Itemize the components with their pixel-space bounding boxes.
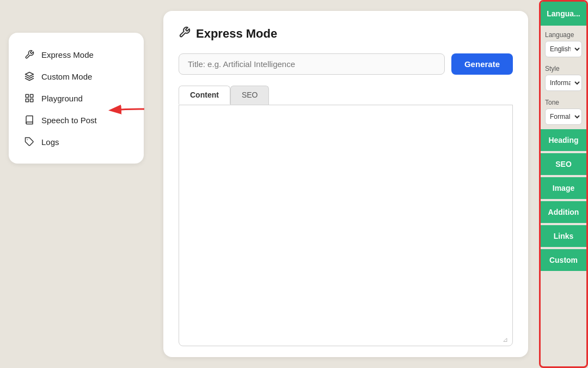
sidebar-item-logs[interactable]: Logs [17,131,135,153]
grid-icon [24,93,35,104]
layers-icon [24,71,35,82]
image-button[interactable]: Image [541,177,586,199]
sidebar-item-playground[interactable]: Playground [17,87,135,109]
content-textarea[interactable] [179,105,512,346]
right-panel: Langua... Language English Style Informa… [539,0,588,368]
tone-label: Tone [545,99,582,106]
svg-rect-4 [30,99,33,102]
tag-icon [24,136,35,147]
panel-divider-2 [541,151,586,152]
express-mode-title: Express Mode [196,27,277,41]
right-panel-inner: Langua... Language English Style Informa… [541,2,586,366]
panel-divider-5 [541,223,586,224]
heading-button[interactable]: Heading [541,129,586,151]
resize-handle[interactable]: ⊿ [503,336,510,343]
svg-rect-2 [30,94,33,97]
tone-select[interactable]: Formal [545,108,582,125]
main-content: Express Mode Generate Content SEO ⊿ [152,0,539,368]
sidebar-item-express-mode[interactable]: Express Mode [17,44,135,65]
tabs-row: Content SEO [179,86,513,105]
tone-section: Tone Formal [541,93,586,127]
svg-rect-3 [26,99,28,102]
language-select[interactable]: English [545,41,582,57]
tab-content[interactable]: Content [179,86,230,105]
style-select[interactable]: Informati... [545,75,582,91]
sidebar-item-label: Speech to Post [41,116,97,125]
panel-divider-4 [541,199,586,200]
svg-rect-1 [26,94,28,97]
links-button[interactable]: Links [541,225,586,247]
title-input-row: Generate [179,53,513,75]
svg-marker-0 [26,73,34,77]
style-label: Style [545,65,582,73]
language-section: Language English [541,26,586,59]
content-area: ⊿ [179,105,513,346]
custom-button[interactable]: Custom [541,249,586,271]
tab-seo[interactable]: SEO [230,86,270,105]
sidebar-item-label: Custom Mode [41,72,92,81]
title-input[interactable] [179,53,445,75]
style-section: Style Informati... [541,59,586,93]
sidebar: Express Mode Custom Mode Playground [0,0,152,368]
page-title: Express Mode [179,26,513,41]
addition-button[interactable]: Addition [541,201,586,223]
sidebar-item-label: Express Mode [41,50,94,59]
sidebar-item-label: Logs [41,137,59,147]
panel-divider-6 [541,247,586,248]
generate-button[interactable]: Generate [451,53,513,75]
sidebar-card: Express Mode Custom Mode Playground [9,33,144,164]
panel-divider-3 [541,175,586,176]
sidebar-item-custom-mode[interactable]: Custom Mode [17,65,135,87]
seo-button[interactable]: SEO [541,153,586,175]
sidebar-item-speech-to-post[interactable]: Speech to Post [17,109,135,131]
panel-divider-1 [541,127,586,128]
book-icon [24,114,35,125]
sidebar-item-label: Playground [41,94,83,103]
language-toggle-button[interactable]: Langua... [541,2,586,26]
main-card: Express Mode Generate Content SEO ⊿ [163,11,528,357]
express-mode-icon [179,26,191,41]
wrench-icon [24,49,35,60]
language-label: Language [545,31,582,39]
